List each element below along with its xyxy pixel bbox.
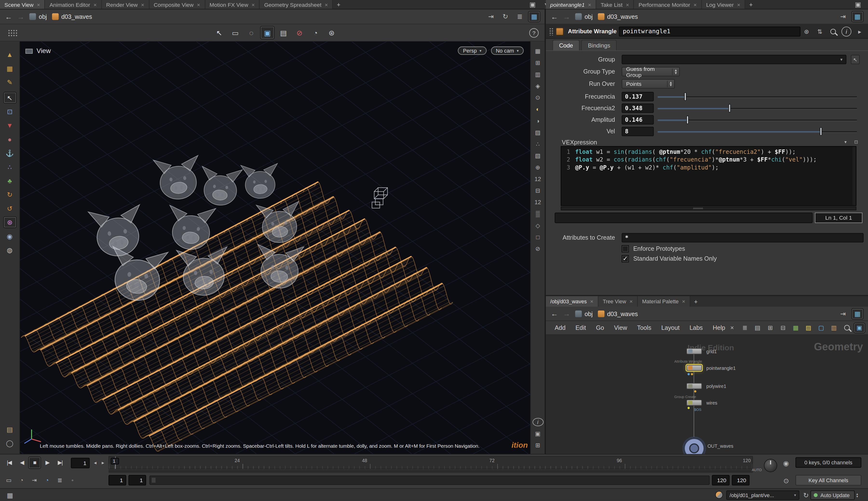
pin-params-icon[interactable]: ▸ bbox=[855, 26, 865, 36]
shelf-rotate-ccw-icon[interactable]: ↺ bbox=[4, 203, 16, 214]
shelf-knot-icon[interactable]: ⊛ bbox=[4, 217, 16, 227]
project-icon[interactable] bbox=[715, 491, 723, 499]
net-color-palette-icon[interactable]: ▦ bbox=[791, 323, 801, 332]
new-tab-button[interactable]: + bbox=[333, 0, 344, 9]
group-type-menu[interactable]: Guess from Group ▲▼ bbox=[622, 67, 680, 76]
close-tab-icon[interactable]: × bbox=[251, 1, 255, 8]
history-list-icon[interactable]: ≣ bbox=[514, 12, 525, 21]
param-slider[interactable] bbox=[658, 92, 857, 101]
vex-expand-editor-icon[interactable]: ⊡ bbox=[852, 138, 860, 146]
param-slider[interactable] bbox=[658, 115, 857, 125]
close-tab-icon[interactable]: × bbox=[630, 298, 633, 304]
camera-menu[interactable]: No cam▾ bbox=[491, 46, 524, 55]
search-icon[interactable] bbox=[828, 26, 838, 36]
key-all-channels-button[interactable]: Key All Channels bbox=[795, 475, 861, 486]
back-button[interactable]: ← bbox=[5, 13, 12, 20]
path-root-chip[interactable]: obj bbox=[575, 310, 593, 317]
node-name-input[interactable]: pointwrangle1 bbox=[619, 26, 801, 36]
display-options-icon[interactable]: ⊛ bbox=[325, 26, 338, 39]
vp-view-menu-icon[interactable]: ▦ bbox=[532, 47, 544, 55]
range-slider-icon[interactable]: ▭ bbox=[3, 475, 14, 486]
net-sticky-icon[interactable]: ▨ bbox=[803, 323, 814, 332]
node-wires[interactable] bbox=[686, 400, 702, 406]
close-tab-icon[interactable]: × bbox=[682, 298, 685, 304]
playbar-options-icon[interactable]: ◦ bbox=[67, 475, 78, 486]
frame-range-bar[interactable] bbox=[150, 476, 710, 485]
net-list-icon[interactable]: ≣ bbox=[739, 323, 750, 332]
node-pointwrangle1[interactable] bbox=[686, 365, 702, 371]
tab-tree-view[interactable]: Tree View× bbox=[598, 296, 638, 307]
net-tools-icon[interactable]: × bbox=[727, 323, 738, 332]
node-flag-badge[interactable] bbox=[694, 390, 696, 393]
vp-plane-icon[interactable]: □ bbox=[532, 233, 544, 241]
shelf-dots-icon[interactable] bbox=[8, 29, 18, 37]
refresh-icon[interactable]: ↻ bbox=[801, 490, 812, 500]
group-select-arrow-button[interactable]: ↖ bbox=[851, 55, 860, 64]
shelf-pin-icon[interactable]: ▼ bbox=[4, 120, 16, 131]
node-flag-badge[interactable] bbox=[688, 373, 690, 375]
linked-pane-icon[interactable]: ▦ bbox=[852, 12, 863, 21]
shelf-pot-icon[interactable]: ◍ bbox=[4, 245, 16, 255]
close-tab-icon[interactable]: × bbox=[694, 1, 697, 8]
slider-handle[interactable] bbox=[686, 116, 689, 124]
vp-snapshot-icon[interactable]: ▣ bbox=[532, 430, 544, 438]
lasso-select-icon[interactable]: ◌ bbox=[245, 26, 258, 39]
run-over-menu[interactable]: Points ▲▼ bbox=[622, 79, 675, 88]
jump-to-start-button[interactable]: |◀ bbox=[3, 457, 15, 468]
vex-status-field[interactable] bbox=[555, 213, 813, 223]
close-tab-icon[interactable]: × bbox=[590, 298, 593, 304]
vp-pane-split-icon[interactable]: ⊞ bbox=[532, 58, 544, 67]
playback-speed-knob[interactable] bbox=[764, 459, 777, 472]
path-root-chip[interactable]: obj bbox=[30, 13, 47, 20]
sync-path-icon[interactable]: ↻ bbox=[500, 12, 511, 21]
tab-material-palette[interactable]: Material Palette× bbox=[638, 296, 690, 307]
tab-geometry-spreadsheet[interactable]: Geometry Spreadsheet× bbox=[260, 0, 333, 9]
shelf-lock-icon[interactable]: ⊡ bbox=[4, 106, 16, 117]
node-out-waves[interactable] bbox=[683, 437, 706, 455]
forward-button[interactable]: → bbox=[563, 13, 570, 20]
param-value-field[interactable]: 8 bbox=[622, 127, 654, 136]
3d-viewport-canvas[interactable] bbox=[20, 42, 531, 454]
pane-menu-icon[interactable]: ▾ bbox=[866, 0, 868, 9]
tab-render-view[interactable]: Render View× bbox=[102, 0, 149, 9]
menu-go[interactable]: Go bbox=[596, 324, 604, 331]
menu-add[interactable]: Add bbox=[555, 324, 565, 331]
forward-button[interactable]: → bbox=[17, 13, 24, 20]
vp-divider-icon[interactable]: ⊟ bbox=[532, 186, 544, 195]
node-flag-badge[interactable] bbox=[691, 373, 693, 375]
standard-variable-names-checkbox[interactable]: ✓ bbox=[622, 255, 629, 262]
tab-bindings[interactable]: Bindings bbox=[581, 40, 617, 50]
shelf-globe-icon[interactable]: ◯ bbox=[4, 438, 16, 448]
playhead-flag[interactable]: 1 bbox=[111, 458, 119, 465]
drag-handle-icon[interactable] bbox=[549, 28, 554, 35]
close-tab-icon[interactable]: × bbox=[94, 1, 97, 8]
animate-toggle-icon[interactable]: ◉ bbox=[781, 458, 792, 468]
info-icon[interactable]: i bbox=[842, 26, 851, 36]
vp-info-icon[interactable]: i bbox=[532, 418, 544, 426]
node-flag-badge[interactable] bbox=[688, 407, 690, 409]
vp-mask-icon[interactable]: ⊘ bbox=[532, 245, 544, 253]
visible-select-icon[interactable]: ▣ bbox=[261, 26, 274, 39]
param-slider[interactable] bbox=[658, 104, 857, 113]
tab-pointwrangle1[interactable]: pointwrangle1× bbox=[546, 0, 596, 9]
node-polywire1[interactable] bbox=[686, 383, 702, 389]
menu-labs[interactable]: Labs bbox=[689, 324, 703, 331]
path-node-chip[interactable]: d03_waves bbox=[598, 13, 638, 20]
shelf-select-arrow-icon[interactable]: ↖ bbox=[4, 92, 16, 103]
key-icon[interactable]: ⊙ bbox=[781, 476, 792, 486]
current-frame-field[interactable]: 1 bbox=[71, 458, 90, 468]
shelf-books-icon[interactable]: ▤ bbox=[4, 424, 16, 435]
timer-icon[interactable]: ◔ bbox=[309, 26, 322, 39]
attributes-to-create-input[interactable]: * bbox=[622, 233, 864, 243]
no-snap-icon[interactable]: ⊘ bbox=[293, 26, 306, 39]
editor-hscrollbar[interactable] bbox=[561, 206, 856, 210]
help-icon[interactable]: ? bbox=[529, 28, 539, 38]
slider-handle[interactable] bbox=[820, 127, 822, 136]
tab-code[interactable]: Code bbox=[553, 40, 580, 50]
tab--obj-d03-waves[interactable]: /obj/d03_waves× bbox=[546, 296, 598, 307]
param-slider[interactable] bbox=[658, 127, 857, 136]
select-geometry-icon[interactable]: ▭ bbox=[228, 26, 242, 39]
path-root-chip[interactable]: obj bbox=[575, 13, 593, 20]
jump-to-end-button[interactable]: ▶| bbox=[54, 457, 66, 468]
new-tab-button[interactable]: + bbox=[745, 0, 757, 9]
